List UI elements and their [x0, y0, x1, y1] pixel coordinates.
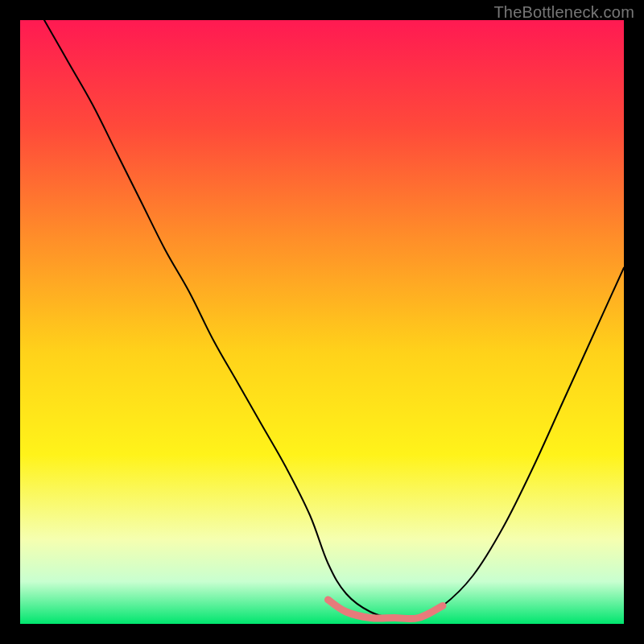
- plot-svg: [20, 20, 624, 624]
- gradient-background: [20, 20, 624, 624]
- watermark-text: TheBottleneck.com: [493, 3, 634, 22]
- chart-frame: TheBottleneck.com: [0, 0, 644, 644]
- plot-area: [20, 20, 624, 624]
